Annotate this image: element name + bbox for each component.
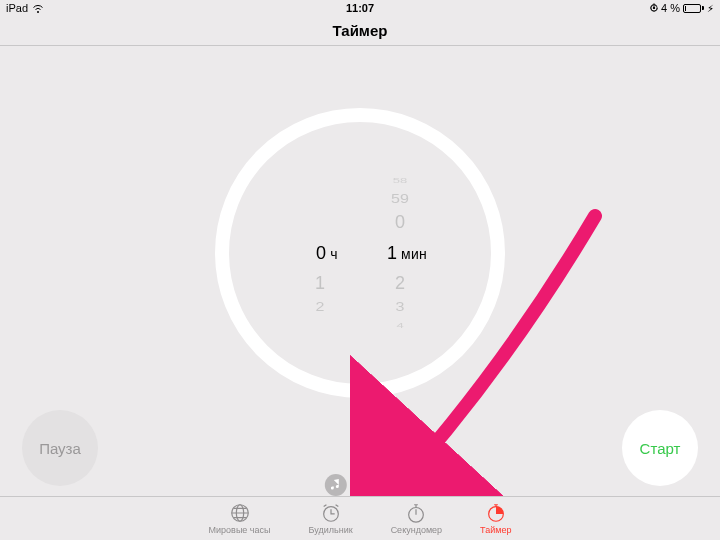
orientation-lock-icon	[650, 3, 658, 13]
status-bar: iPad 11:07 4 % ⚡︎	[0, 0, 720, 16]
status-right: 4 % ⚡︎	[650, 2, 714, 14]
picker-min-below2: 3	[360, 300, 440, 314]
hours-unit: ч	[330, 246, 338, 262]
device-label: iPad	[6, 2, 28, 14]
hours-value: 0	[302, 237, 326, 269]
tab-stopwatch[interactable]: Секундомер	[391, 502, 442, 535]
picker-min-above2: 59	[360, 192, 440, 206]
tab-label: Мировые часы	[209, 525, 271, 535]
stopwatch-icon	[405, 502, 427, 524]
tab-bar: Мировые часы Будильник Секундомер Таймер	[0, 496, 720, 540]
status-left: iPad	[6, 2, 44, 14]
time-picker[interactable]: 0ч 1 2 58 59 0 1мин 2 3 4	[260, 168, 460, 338]
picker-min-above1: 0	[360, 212, 440, 233]
picker-min-below3: 4	[360, 321, 440, 330]
picker-hours-selected: 0ч	[280, 237, 360, 269]
tab-world-clock[interactable]: Мировые часы	[209, 502, 271, 535]
globe-icon	[229, 502, 251, 524]
battery-icon	[683, 4, 704, 13]
page-title: Таймер	[0, 16, 720, 46]
picker-minutes-column[interactable]: 58 59 0 1мин 2 3 4	[360, 168, 440, 338]
tab-timer[interactable]: Таймер	[480, 502, 511, 535]
tab-label: Секундомер	[391, 525, 442, 535]
alarm-clock-icon	[320, 502, 342, 524]
timer-icon	[485, 502, 507, 524]
pause-button[interactable]: Пауза	[22, 410, 98, 486]
status-time: 11:07	[346, 2, 374, 14]
svg-rect-1	[653, 7, 655, 9]
timer-main: 0ч 1 2 58 59 0 1мин 2 3 4 Пауза Старт Ра…	[0, 46, 720, 496]
charging-icon: ⚡︎	[707, 3, 714, 14]
minutes-value: 1	[373, 237, 397, 269]
picker-min-below1: 2	[360, 273, 440, 294]
tab-label: Будильник	[309, 525, 353, 535]
timer-sound-label: Радар	[355, 477, 395, 493]
picker-hours-column[interactable]: 0ч 1 2	[280, 168, 360, 338]
wifi-icon	[32, 4, 44, 13]
minutes-unit: мин	[401, 246, 427, 262]
music-note-icon	[325, 474, 347, 496]
picker-hours-below2: 2	[280, 300, 360, 314]
picker-min-above3: 58	[360, 176, 440, 185]
tab-label: Таймер	[480, 525, 511, 535]
timer-sound-row[interactable]: Радар	[325, 474, 395, 496]
battery-pct: 4 %	[661, 2, 680, 14]
tab-alarm[interactable]: Будильник	[309, 502, 353, 535]
start-button[interactable]: Старт	[622, 410, 698, 486]
picker-min-selected: 1мин	[360, 237, 440, 269]
picker-hours-below1: 1	[280, 273, 360, 294]
